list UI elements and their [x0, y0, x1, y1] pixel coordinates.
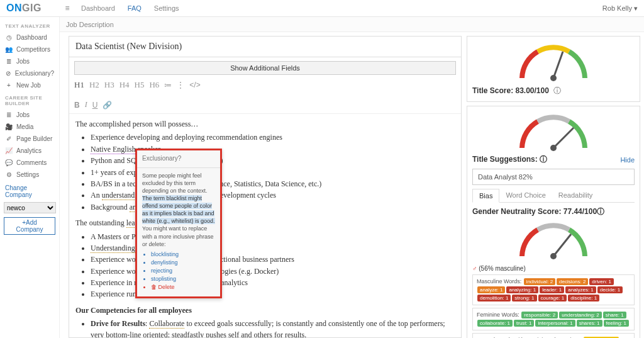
info-icon[interactable]: ⓘ	[553, 86, 561, 95]
sidebar-head-csb: CAREER SITE BUILDER	[0, 91, 59, 109]
nav-faq[interactable]: FAQ	[121, 4, 148, 12]
suggest-option[interactable]: rejecting	[151, 267, 215, 274]
tab-bias[interactable]: Bias	[472, 189, 499, 203]
exclusionary-tooltip: Exclusionary? Some people might feel exc…	[135, 149, 222, 298]
suggest-delete[interactable]: Delete	[151, 283, 215, 291]
word-pill[interactable]: decide: 1	[597, 286, 623, 293]
side-ta-competitors[interactable]: 👥Competitors	[0, 43, 59, 55]
user-menu[interactable]: Rob Kelly ▾	[602, 4, 638, 13]
list-icon: ≣	[5, 111, 13, 118]
people-icon: 👥	[5, 46, 13, 53]
svg-point-3	[550, 145, 557, 151]
job-title: Data Scientist (New Division)	[69, 37, 461, 57]
change-company-link[interactable]: Change Company	[0, 181, 59, 202]
sidebar: TEXT ANALYZER ◷Dashboard 👥Competitors ≣J…	[0, 17, 60, 338]
editor-body[interactable]: The accomplished person will possess… Ex…	[69, 114, 461, 337]
section-heading: Our Competencies for all employees	[75, 305, 455, 316]
side-csb-media[interactable]: 🎥Media	[0, 121, 59, 133]
h5-button[interactable]: H5	[135, 80, 145, 90]
word-pill[interactable]: courage: 1	[538, 295, 567, 301]
comment-icon: 💬	[5, 159, 13, 166]
word-pill[interactable]: analyzes: 1	[565, 286, 596, 293]
hamburger-icon[interactable]: ≡	[60, 4, 75, 13]
word-group: Masculine Words: individual: 2decisions:…	[472, 274, 635, 305]
word-pill[interactable]: demolition: 1	[477, 295, 511, 301]
word-pill[interactable]: interpersonal: 1	[535, 320, 575, 327]
nav-settings[interactable]: Settings	[148, 4, 186, 12]
editor-toolbar: H1 H2 H3 H4 H5 H6 ≔ ⋮ </> B I U 🔗	[69, 79, 461, 114]
gear-icon: ⚙	[5, 171, 13, 178]
word-pill[interactable]: individual: 2	[524, 278, 555, 285]
italic-icon[interactable]: I	[85, 100, 87, 110]
tab-wordchoice[interactable]: Word Choice	[499, 189, 552, 202]
suggestion-gauge	[516, 110, 591, 154]
plus-icon: +	[5, 82, 13, 89]
word-pill[interactable]: analyzing: 1	[506, 286, 538, 293]
hide-link[interactable]: Hide	[620, 156, 635, 164]
word-pill[interactable]: decisions: 2	[557, 278, 588, 285]
tabs: Bias Word Choice Readability	[472, 189, 635, 203]
sidebar-head-ta: TEXT ANALYZER	[0, 20, 59, 31]
word-pill[interactable]: feeling: 1	[604, 320, 629, 327]
section-heading: The accomplished person will possess…	[75, 119, 455, 130]
show-fields-button[interactable]: Show Additional Fields	[74, 61, 456, 75]
main: Job Description Data Scientist (New Divi…	[60, 17, 644, 338]
ul-icon[interactable]: ≔	[164, 81, 172, 89]
word-pill[interactable]: responsible: 2	[521, 312, 558, 318]
link-icon[interactable]: 🔗	[103, 101, 112, 110]
underline-icon[interactable]: U	[92, 101, 98, 110]
word-pill[interactable]: trust: 1	[514, 320, 534, 327]
word-pill[interactable]: discipline: 1	[568, 295, 599, 301]
word-pill[interactable]: share: 1	[603, 312, 626, 318]
side-csb-comments[interactable]: 💬Comments	[0, 157, 59, 169]
code-icon[interactable]: </>	[189, 81, 200, 89]
word-pill[interactable]: shares: 1	[577, 320, 602, 327]
side-csb-analytics[interactable]: 📈Analytics	[0, 145, 59, 157]
nav-dashboard[interactable]: Dashboard	[75, 4, 121, 12]
svg-line-2	[553, 128, 574, 148]
top-nav: ONGIG ≡ Dashboard FAQ Settings Rob Kelly…	[0, 0, 644, 17]
info-icon[interactable]: ⓘ	[540, 155, 547, 164]
h6-button[interactable]: H6	[149, 80, 159, 90]
word-pill[interactable]: strong: 1	[512, 295, 536, 301]
side-ta-dashboard[interactable]: ◷Dashboard	[0, 31, 59, 43]
svg-point-5	[550, 253, 557, 259]
chart-icon: 📈	[5, 147, 13, 154]
svg-line-4	[553, 234, 571, 256]
suggest-option[interactable]: denylisting	[151, 259, 215, 266]
app: ONGIG ≡ Dashboard FAQ Settings Rob Kelly…	[0, 0, 644, 338]
ol-icon[interactable]: ⋮	[177, 81, 184, 89]
tab-readability[interactable]: Readability	[552, 189, 599, 202]
word-pill[interactable]: leader: 1	[540, 286, 564, 293]
company-select[interactable]: newco	[4, 202, 56, 213]
suggestion-item[interactable]: Data Analyst 82%	[472, 169, 635, 185]
side-csb-jobs[interactable]: ≣Jobs	[0, 109, 59, 121]
side-csb-settings[interactable]: ⚙Settings	[0, 169, 59, 181]
side-ta-jobs[interactable]: ≣Jobs	[0, 55, 59, 67]
suggest-option[interactable]: stoplisting	[151, 275, 215, 283]
word-pill[interactable]: understanding: 2	[559, 312, 602, 318]
list-item: Experience developing and deploying reco…	[91, 132, 455, 143]
side-csb-pagebuilder[interactable]: ✐Page Builder	[0, 133, 59, 145]
ban-icon: ⊘	[5, 70, 11, 77]
h4-button[interactable]: H4	[119, 80, 130, 90]
add-company-button[interactable]: +Add Company	[4, 217, 55, 235]
h1-button[interactable]: H1	[74, 80, 84, 90]
info-icon[interactable]: ⓘ	[597, 207, 604, 216]
word-pill[interactable]: analyze: 1	[477, 286, 505, 293]
side-ta-newjob[interactable]: +New Job	[0, 79, 59, 91]
gender-gauge	[516, 218, 591, 262]
suggest-option[interactable]: blocklisting	[151, 251, 215, 258]
word-pill[interactable]: driven: 1	[589, 278, 614, 285]
word-pill[interactable]: collaborate: 1	[477, 320, 513, 327]
bold-icon[interactable]: B	[74, 101, 80, 110]
h2-button[interactable]: H2	[89, 80, 99, 90]
gauge-icon: ◷	[5, 34, 13, 41]
male-icon: ♂	[472, 265, 477, 272]
brand-logo: ONGIG	[0, 3, 60, 14]
right-panel: Title Score: 83.00/100 ⓘ	[467, 36, 640, 338]
h3-button[interactable]: H3	[104, 80, 114, 90]
svg-line-0	[553, 52, 563, 78]
side-ta-exclusionary[interactable]: ⊘Exclusionary?	[0, 67, 59, 79]
tooltip-title: Exclusionary?	[137, 150, 220, 168]
